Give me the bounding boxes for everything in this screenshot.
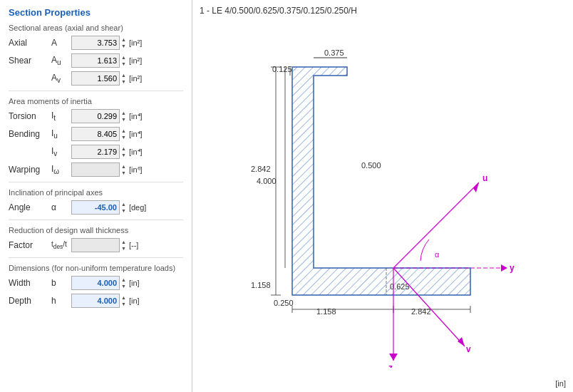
unit-angle: [deg] <box>129 203 146 212</box>
unit-width: [in] <box>129 279 140 287</box>
input-factor[interactable] <box>71 238 120 252</box>
axis-z-label: z <box>388 363 393 368</box>
symbol-iw: Iω <box>51 164 71 175</box>
spin-iv[interactable]: ▲▼ <box>121 145 126 158</box>
section-title: Section Properties <box>9 7 183 18</box>
group-inclination-label: Inclination of principal axes <box>9 188 183 197</box>
symbol-iu: Iu <box>51 128 71 140</box>
input-angle[interactable] <box>71 200 120 215</box>
axis-y-arrow <box>501 264 507 272</box>
label-width: Width <box>9 278 51 288</box>
input-au[interactable] <box>71 53 120 68</box>
spin-angle[interactable]: ▲▼ <box>121 201 126 214</box>
unit-factor: [--] <box>129 241 138 249</box>
symbol-b: b <box>51 278 71 288</box>
spin-iu[interactable]: ▲▼ <box>121 128 126 140</box>
axis-u-arrow <box>473 182 479 192</box>
dim-label-1158-bottom: 1.158 <box>316 307 336 316</box>
spin-it[interactable]: ▲▼ <box>121 110 126 123</box>
group-sectional-areas-label: Sectional areas (axial and shear) <box>9 24 183 32</box>
dim-label-2842-bottom: 2.842 <box>411 307 431 316</box>
prop-row-shear-av: Av ▲▼ [in²] <box>9 71 183 86</box>
group-dimensions-label: Dimensions (for non-uniform temperature … <box>9 264 183 272</box>
spin-factor[interactable]: ▲▼ <box>121 239 126 252</box>
axis-u-label: u <box>482 173 487 183</box>
symbol-it: It <box>51 110 71 122</box>
unit-it: [in⁴] <box>129 112 143 121</box>
dim-label-1158-left: 1.158 <box>251 281 271 289</box>
prop-row-angle: Angle α ▲▼ [deg] <box>9 200 183 215</box>
alpha-label: α <box>435 250 440 259</box>
unit-au: [in²] <box>129 56 142 65</box>
unit-depth: [in] <box>129 296 140 305</box>
prop-row-width: Width b ▲▼ [in] <box>9 275 183 291</box>
unit-iv: [in⁴] <box>129 148 143 157</box>
dim-label-125: 0.125 <box>272 65 292 73</box>
symbol-tdes: tdes/t <box>51 240 71 250</box>
unit-av: [in²] <box>129 74 142 83</box>
dim-label-250: 0.250 <box>274 299 294 307</box>
spin-width[interactable]: ▲▼ <box>121 277 126 289</box>
label-depth: Depth <box>9 296 51 306</box>
right-panel: 1 - LE 4/0.500/0.625/0.375/0.125/0.250/H <box>192 0 573 392</box>
input-iv[interactable] <box>71 145 120 159</box>
prop-row-axial: Axial A ▲▼ [in²] <box>9 35 183 51</box>
spin-av[interactable]: ▲▼ <box>121 72 126 85</box>
prop-row-torsion: Torsion It ▲▼ [in⁴] <box>9 108 183 124</box>
input-av[interactable] <box>71 71 120 86</box>
prop-row-shear-au: Shear Au ▲▼ [in²] <box>9 53 183 68</box>
input-iw[interactable] <box>71 163 120 177</box>
dim-label-625: 0.625 <box>390 282 410 291</box>
symbol-av: Av <box>51 73 71 84</box>
label-shear: Shear <box>9 56 51 66</box>
diagram-area: 0.375 0.125 0.500 4.000 2.842 1.158 1.15… <box>208 19 557 368</box>
input-width[interactable] <box>71 276 120 290</box>
label-axial: Axial <box>9 38 51 48</box>
dim-label-2842-left: 2.842 <box>251 165 271 173</box>
symbol-axial: A <box>51 38 71 48</box>
dim-label-4000-height: 4.000 <box>257 177 277 185</box>
prop-row-factor: Factor tdes/t ▲▼ [--] <box>9 237 183 253</box>
left-panel: Section Properties Sectional areas (axia… <box>0 0 192 392</box>
spin-iw[interactable]: ▲▼ <box>121 163 126 176</box>
prop-row-warping: Warping Iω ▲▼ [in⁶] <box>9 162 183 177</box>
symbol-au: Au <box>51 55 71 66</box>
input-depth[interactable] <box>71 294 120 308</box>
spin-axial[interactable]: ▲▼ <box>121 36 126 49</box>
l-section-shape <box>292 67 470 295</box>
section-svg: 0.375 0.125 0.500 4.000 2.842 1.158 1.15… <box>208 19 557 368</box>
symbol-iv: Iv <box>51 146 71 158</box>
axis-z-arrow <box>389 354 398 361</box>
input-iu[interactable] <box>71 127 120 141</box>
alpha-arc <box>420 239 429 261</box>
axis-v-arrow <box>458 337 465 346</box>
label-angle: Angle <box>9 202 51 212</box>
unit-iw: [in⁶] <box>129 165 143 175</box>
input-it[interactable] <box>71 109 120 123</box>
label-factor: Factor <box>9 240 51 250</box>
axis-v-label: v <box>466 344 471 354</box>
spin-depth[interactable]: ▲▼ <box>121 294 126 307</box>
diagram-title: 1 - LE 4/0.500/0.625/0.375/0.125/0.250/H <box>200 6 566 16</box>
label-torsion: Torsion <box>9 111 51 121</box>
group-moments-label: Area moments of inertia <box>9 97 183 105</box>
symbol-alpha: α <box>51 202 71 212</box>
spin-au[interactable]: ▲▼ <box>121 54 126 67</box>
dim-label-500: 0.500 <box>361 161 381 170</box>
group-reduction-label: Reduction of design wall thickness <box>9 226 183 234</box>
unit-label: [in] <box>555 379 566 388</box>
input-axial[interactable] <box>71 36 120 50</box>
prop-row-depth: Depth h ▲▼ [in] <box>9 293 183 309</box>
symbol-h: h <box>51 296 71 306</box>
label-bending: Bending <box>9 129 51 139</box>
label-warping: Warping <box>9 165 51 175</box>
unit-axial: [in²] <box>129 38 142 47</box>
prop-row-bending-iu: Bending Iu ▲▼ [in⁴] <box>9 126 183 142</box>
prop-row-bending-iv: Iv ▲▼ [in⁴] <box>9 144 183 160</box>
dim-label-375-top: 0.375 <box>324 48 344 57</box>
unit-iu: [in⁴] <box>129 130 143 139</box>
axis-y-label: y <box>510 263 515 273</box>
